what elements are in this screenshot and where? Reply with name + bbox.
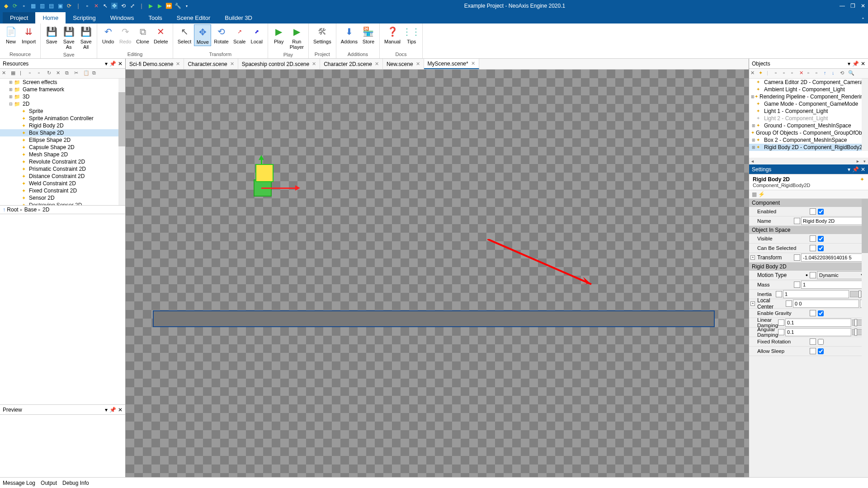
refresh-icon[interactable]: ⟳ [12,3,18,9]
new-doc-icon[interactable]: ▫ [21,3,27,9]
gizmo-x-axis[interactable] [261,188,298,189]
tool-icon[interactable]: 📋 [83,70,90,77]
new-button[interactable]: 📄New [3,24,19,45]
breadcrumb[interactable]: ↑ Root▸ Base▸ 2D [0,205,125,214]
tool-icon[interactable]: ▫ [29,70,36,77]
gizmo-xy-plane[interactable] [255,164,274,182]
settings-button[interactable]: 🛠Settings [311,24,333,45]
ribbon-collapse-icon[interactable]: ˄ [858,17,868,23]
save-as-button[interactable]: 💾Save As [61,24,77,51]
tool-icon[interactable]: ⟲ [840,70,847,77]
tool-icon[interactable]: ✦ [759,70,765,77]
pin-icon[interactable]: 📌 [109,61,116,67]
close-icon[interactable]: ✕ [416,61,420,67]
tab-scripting[interactable]: Scripting [66,12,103,23]
move-icon[interactable]: ✥ [111,3,118,9]
tool-icon[interactable]: ▫ [775,70,782,77]
delete-button[interactable]: ✕Delete [152,24,170,45]
expand-icon[interactable]: + [750,301,755,306]
status-tab[interactable]: Debug Info [62,480,89,486]
pin-icon[interactable]: 📌 [852,166,859,173]
store-button[interactable]: 🏪Store [360,24,377,45]
select-icon[interactable]: ↖ [102,3,108,9]
tool-icon[interactable]: ✕ [750,70,757,77]
scrollbar[interactable] [118,79,125,205]
redo-button[interactable]: ↷Redo [117,24,133,45]
property-grid[interactable]: Component Enabled Name Object In Space V… [749,199,868,477]
tab-scene-editor[interactable]: Scene Editor [170,12,217,23]
tool-icon[interactable]: ▫ [38,70,45,77]
resources-tree[interactable]: ⊞📁Screen effects ⊞📁Game framework ⊞📁3D ⊟… [0,79,125,205]
maximize-icon[interactable]: ❐ [850,3,855,9]
scene-viewport[interactable] [126,70,749,477]
doc-tab[interactable]: New.scene✕ [383,59,424,69]
qa-icon[interactable]: ⟳ [66,3,72,9]
select-button[interactable]: ↖Select [176,24,193,46]
fixedrot-checkbox[interactable] [818,339,824,345]
ground-object[interactable] [153,310,715,327]
manual-button[interactable]: ❓Manual [382,24,402,45]
tab-tools[interactable]: Tools [141,12,169,23]
addons-button[interactable]: ⬇Addons [339,24,359,45]
status-tab[interactable]: Output [41,480,57,486]
dropdown-icon[interactable]: ▾ [184,3,190,9]
tool-icon[interactable]: ▫ [783,70,790,77]
import-button[interactable]: ⇊Import [20,24,38,45]
tool-icon[interactable]: ▫ [807,70,814,77]
doc-tab[interactable]: Character 2D.scene✕ [320,59,383,69]
tool-icon[interactable]: ✕ [56,70,63,77]
save-button[interactable]: 💾Save [43,24,60,51]
canbeselected-checkbox[interactable] [818,245,824,251]
doc-tab[interactable]: Character.scene✕ [184,59,238,69]
close-icon[interactable]: ✕ [861,61,865,67]
tool-icon[interactable]: ✂ [74,70,81,77]
panel-opt-icon[interactable]: ▾ [848,166,850,173]
search-icon[interactable]: 🔍 [848,70,855,77]
localcenter-input[interactable] [793,300,859,308]
close-icon[interactable]: ✕ [861,3,865,9]
tool-icon[interactable]: ▦ [11,70,18,77]
undo-button[interactable]: ↶Undo [100,24,116,45]
tool-icon[interactable]: ▫ [791,70,798,77]
doc-tab[interactable]: Spaceship control 2D.scene✕ [238,59,320,69]
fast-icon[interactable]: ⏩ [165,3,172,9]
play-icon[interactable]: ▶ [147,3,154,9]
tool-icon[interactable]: ⧉ [65,70,72,77]
tab-builder-3d[interactable]: Builder 3D [217,12,259,23]
transform-input[interactable] [801,253,867,262]
linear-input[interactable] [785,319,851,327]
run-player-button[interactable]: ▶Run Player [288,24,306,51]
panel-opt-icon[interactable]: ▾ [105,61,108,67]
tool-icon[interactable]: ✕ [2,70,9,77]
qa-icon[interactable]: ▦ [30,3,36,9]
close-icon[interactable]: ✕ [118,407,123,413]
run-icon[interactable]: ▶ [156,3,163,9]
tool-icon[interactable]: ⚡ [758,191,765,197]
breadcrumb-item[interactable]: Base [24,206,37,213]
clone-button[interactable]: ⧉Clone [134,24,151,45]
breadcrumb-item[interactable]: 2D [42,206,49,213]
enabled-checkbox[interactable] [818,209,824,215]
breadcrumb-arrow-icon[interactable]: ↑ [3,206,5,213]
close-icon[interactable]: ✕ [118,61,123,67]
panel-opt-icon[interactable]: ▾ [848,61,850,67]
expand-icon[interactable]: + [750,255,755,260]
h-scrollbar[interactable]: ◄►▾ [749,158,868,164]
local-button[interactable]: ⬈Local [249,24,265,46]
tool-icon[interactable]: ↓ [832,70,839,77]
gravity-checkbox[interactable] [818,310,824,316]
tool-icon[interactable]: ✕ [799,70,806,77]
save-all-button[interactable]: 💾Save All [78,24,94,51]
qa-icon[interactable]: ▤ [48,3,54,9]
scrollbar[interactable] [862,199,868,477]
close-icon[interactable]: ✕ [230,61,234,67]
tab-windows[interactable]: Windows [103,12,142,23]
scale-button[interactable]: ↗Scale [231,24,248,46]
doc-tab[interactable]: Sci-fi Demo.scene✕ [126,59,184,69]
qa-icon[interactable]: ▥ [39,3,45,9]
visible-checkbox[interactable] [818,236,824,242]
scrollbar[interactable] [862,79,868,151]
name-input[interactable] [801,217,867,225]
close-icon[interactable]: ✕ [471,61,475,66]
allowsleep-checkbox[interactable] [818,348,824,354]
